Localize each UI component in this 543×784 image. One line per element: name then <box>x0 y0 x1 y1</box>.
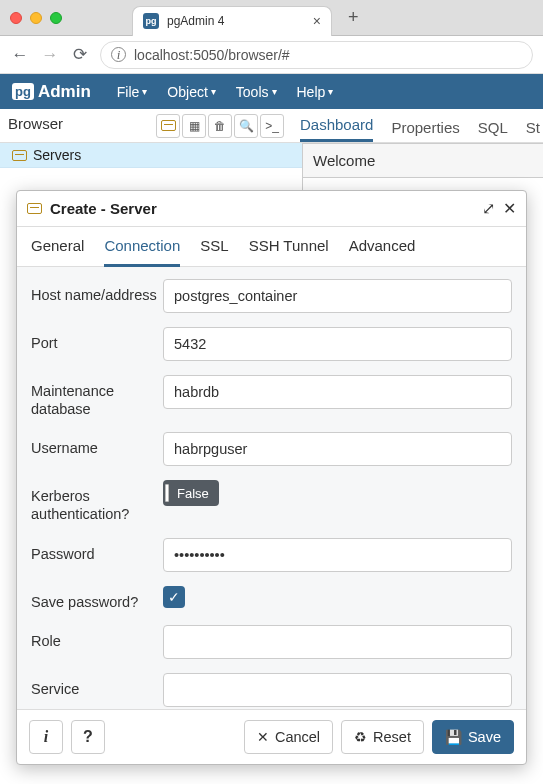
maintenance-db-input[interactable] <box>163 375 512 409</box>
kerberos-label: Kerberos authentication? <box>31 480 163 523</box>
dlg-tab-connection[interactable]: Connection <box>104 237 180 267</box>
menu-file[interactable]: File▾ <box>109 80 156 104</box>
dialog-tabs: General Connection SSL SSH Tunnel Advanc… <box>17 227 526 267</box>
dlg-tab-general[interactable]: General <box>31 237 84 266</box>
password-label: Password <box>31 538 163 563</box>
pgadmin-logo[interactable]: pg Admin <box>12 82 91 102</box>
tab-statistics[interactable]: St <box>526 113 540 142</box>
save-icon: 💾 <box>445 729 462 745</box>
browser-tab[interactable]: pg pgAdmin 4 × <box>132 6 332 36</box>
dlg-tab-advanced[interactable]: Advanced <box>349 237 416 266</box>
welcome-header: Welcome <box>303 144 543 178</box>
favicon-icon: pg <box>143 13 159 29</box>
nav-forward-icon[interactable]: → <box>40 45 60 65</box>
chevron-down-icon: ▾ <box>272 86 277 97</box>
dialog-body: Host name/address Port Maintenance datab… <box>17 267 526 709</box>
minimize-window-icon[interactable] <box>30 12 42 24</box>
reset-icon: ♻ <box>354 729 367 745</box>
dialog-title: Create - Server <box>50 200 474 217</box>
browser-panel-label: Browser <box>0 109 150 142</box>
close-window-icon[interactable] <box>10 12 22 24</box>
url-input[interactable]: i localhost:5050/browser/# <box>100 41 533 69</box>
panels: Servers Welcome <box>0 143 543 193</box>
dashboard-panel: Welcome <box>303 143 543 193</box>
password-input[interactable] <box>163 538 512 572</box>
menu-tools[interactable]: Tools▾ <box>228 80 285 104</box>
cancel-button[interactable]: ✕Cancel <box>244 720 333 754</box>
nav-back-icon[interactable]: ← <box>10 45 30 65</box>
tab-properties[interactable]: Properties <box>391 113 459 142</box>
dlg-tab-ssl[interactable]: SSL <box>200 237 228 266</box>
kerberos-toggle[interactable]: False <box>163 480 219 506</box>
toolbar-row: Browser ▦ 🗑 🔍 >_ Dashboard Properties SQ… <box>0 109 543 143</box>
toggle-handle-icon <box>165 484 169 502</box>
maximize-icon[interactable]: ⤢ <box>482 199 495 218</box>
chevron-down-icon: ▾ <box>211 86 216 97</box>
maintenance-db-label: Maintenance database <box>31 375 163 418</box>
menu-help[interactable]: Help▾ <box>289 80 342 104</box>
tree-servers-node[interactable]: Servers <box>0 143 302 168</box>
tool-delete-icon[interactable]: 🗑 <box>208 114 232 138</box>
close-icon[interactable]: ✕ <box>503 199 516 218</box>
site-info-icon[interactable]: i <box>111 47 126 62</box>
server-icon <box>161 120 176 131</box>
tab-title: pgAdmin 4 <box>167 14 305 28</box>
window-controls <box>10 12 62 24</box>
port-input[interactable] <box>163 327 512 361</box>
menu-object[interactable]: Object▾ <box>159 80 223 104</box>
info-button[interactable]: i <box>29 720 63 754</box>
username-input[interactable] <box>163 432 512 466</box>
tab-sql[interactable]: SQL <box>478 113 508 142</box>
role-label: Role <box>31 625 163 650</box>
dialog-titlebar: Create - Server ⤢ ✕ <box>17 191 526 227</box>
browser-toolbar: ▦ 🗑 🔍 >_ <box>150 109 290 142</box>
kerberos-toggle-text: False <box>173 486 217 501</box>
pgadmin-menubar: pg Admin File▾ Object▾ Tools▾ Help▾ <box>0 74 543 109</box>
help-button[interactable]: ? <box>71 720 105 754</box>
create-server-dialog: Create - Server ⤢ ✕ General Connection S… <box>16 190 527 765</box>
chevron-down-icon: ▾ <box>328 86 333 97</box>
new-tab-button[interactable]: + <box>348 7 359 28</box>
host-input[interactable] <box>163 279 512 313</box>
host-label: Host name/address <box>31 279 163 304</box>
dialog-footer: i ? ✕Cancel ♻Reset 💾Save <box>17 709 526 764</box>
service-input[interactable] <box>163 673 512 707</box>
tab-dashboard[interactable]: Dashboard <box>300 110 373 142</box>
server-icon <box>27 203 42 214</box>
dlg-tab-ssh-tunnel[interactable]: SSH Tunnel <box>249 237 329 266</box>
pgadmin-logo-text: Admin <box>38 82 91 102</box>
tree-servers-label: Servers <box>33 147 81 163</box>
close-icon: ✕ <box>257 729 269 745</box>
main-tabs: Dashboard Properties SQL St <box>300 109 540 142</box>
pgadmin-logo-icon: pg <box>12 83 34 100</box>
save-password-checkbox[interactable]: ✓ <box>163 586 185 608</box>
tool-grid-icon[interactable]: ▦ <box>182 114 206 138</box>
role-input[interactable] <box>163 625 512 659</box>
object-tree: Servers <box>0 143 303 193</box>
window-titlebar: pg pgAdmin 4 × + <box>0 0 543 36</box>
tool-server-icon[interactable] <box>156 114 180 138</box>
server-group-icon <box>12 150 27 161</box>
tool-search-icon[interactable]: 🔍 <box>234 114 258 138</box>
tool-terminal-icon[interactable]: >_ <box>260 114 284 138</box>
tab-close-icon[interactable]: × <box>313 13 321 29</box>
reset-button[interactable]: ♻Reset <box>341 720 424 754</box>
url-text: localhost:5050/browser/# <box>134 47 290 63</box>
maximize-window-icon[interactable] <box>50 12 62 24</box>
nav-reload-icon[interactable]: ⟳ <box>70 44 90 65</box>
service-label: Service <box>31 673 163 698</box>
username-label: Username <box>31 432 163 457</box>
chevron-down-icon: ▾ <box>142 86 147 97</box>
save-password-label: Save password? <box>31 586 163 611</box>
save-button[interactable]: 💾Save <box>432 720 514 754</box>
address-bar: ← → ⟳ i localhost:5050/browser/# <box>0 36 543 74</box>
port-label: Port <box>31 327 163 352</box>
